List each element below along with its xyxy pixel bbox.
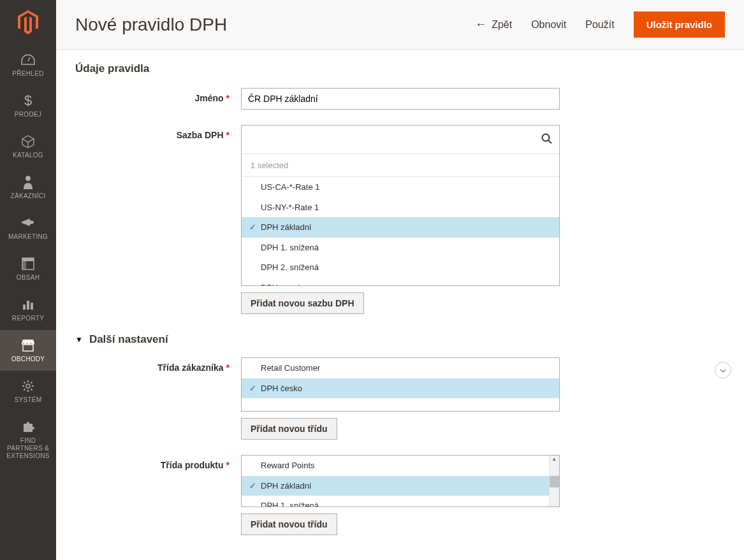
label-customer-class: Třída zákazníka* <box>75 357 241 373</box>
name-input[interactable] <box>241 88 560 110</box>
store-icon <box>21 338 35 353</box>
label-tax-rate: Sazba DPH* <box>75 125 241 140</box>
megaphone-icon <box>21 215 35 231</box>
nav-label: PŘEHLED <box>12 70 43 78</box>
tax-rate-option[interactable]: US-CA-*-Rate 1 <box>242 177 559 197</box>
nav-marketing[interactable]: MARKETING <box>0 208 56 248</box>
scrollbar[interactable]: ▴ <box>549 456 559 506</box>
tax-rate-option[interactable]: DPH 1. snížená <box>242 238 559 258</box>
row-product-class: Třída produktu* Reward Points DPH základ… <box>75 455 725 535</box>
nav-label: KATALOG <box>13 152 43 159</box>
label-name: Jméno* <box>75 88 241 103</box>
add-tax-rate-button[interactable]: Přidat novou sazbu DPH <box>241 292 364 314</box>
nav-label: SYSTÉM <box>15 396 42 404</box>
customer-class-option[interactable]: Retail Customer <box>242 358 559 378</box>
main-content: Nové pravidlo DPH ← Zpět Obnovit Použít … <box>56 0 744 560</box>
add-customer-class-button[interactable]: Přidat novou třídu <box>241 418 337 440</box>
nav-catalog[interactable]: KATALOG <box>0 126 56 167</box>
back-label: Zpět <box>492 19 512 31</box>
svg-rect-5 <box>27 301 29 310</box>
additional-settings-toggle[interactable]: ▼ Další nastavení <box>75 333 725 346</box>
save-button[interactable]: Uložit pravidlo <box>634 11 725 38</box>
required-asterisk: * <box>226 460 230 470</box>
svg-rect-2 <box>22 258 34 261</box>
svg-rect-4 <box>23 305 26 310</box>
section-rule-info-title: Údaje pravidla <box>75 62 725 75</box>
customer-class-option-empty[interactable] <box>242 398 559 411</box>
section-additional-title: Další nastavení <box>89 333 168 346</box>
svg-point-8 <box>26 384 30 388</box>
nav-dashboard[interactable]: PŘEHLED <box>0 45 56 85</box>
customer-class-multiselect: Retail Customer DPH česko <box>241 357 560 412</box>
product-class-multiselect: Reward Points DPH základní DPH 1. snížen… <box>241 455 560 507</box>
svg-rect-3 <box>22 261 26 269</box>
product-class-options: Reward Points DPH základní DPH 1. snížen… <box>242 456 549 506</box>
svg-point-9 <box>543 134 550 141</box>
admin-sidebar: PŘEHLED $ PRODEJ KATALOG ZÁKAZNÍCI MARKE… <box>0 0 56 560</box>
bars-icon <box>22 297 34 312</box>
nav-partners[interactable]: FIND PARTNERS & EXTENSIONS <box>0 412 56 468</box>
tax-rate-options: US-CA-*-Rate 1 US-NY-*-Rate 1 DPH základ… <box>242 177 559 285</box>
page-title: Nové pravidlo DPH <box>75 15 227 35</box>
customer-class-options: Retail Customer DPH česko <box>242 358 559 411</box>
nav-stores[interactable]: OBCHODY <box>0 330 56 371</box>
nav-system[interactable]: SYSTÉM <box>0 371 56 412</box>
tax-rate-option[interactable]: US-NY-*-Rate 1 <box>242 197 559 218</box>
gear-icon <box>22 378 34 394</box>
reset-button[interactable]: Obnovit <box>531 19 566 31</box>
triangle-down-icon: ▼ <box>75 335 83 344</box>
page-header: Nové pravidlo DPH ← Zpět Obnovit Použít … <box>56 0 744 50</box>
magento-logo[interactable] <box>0 0 56 45</box>
nav-label: OBCHODY <box>11 355 45 363</box>
tax-rate-option[interactable]: DPH osvobozeno <box>242 278 559 286</box>
svg-point-0 <box>26 176 31 181</box>
tax-rate-search-input[interactable] <box>247 128 541 151</box>
product-class-option[interactable]: DPH 1. snížená <box>242 496 549 506</box>
svg-rect-6 <box>31 303 33 310</box>
svg-line-10 <box>548 140 551 143</box>
customer-class-option[interactable]: DPH česko <box>242 378 559 399</box>
nav-content[interactable]: OBSAH <box>0 248 56 289</box>
tax-rate-option[interactable]: DPH 2. snížená <box>242 257 559 278</box>
add-product-class-button[interactable]: Přidat novou třídu <box>241 513 337 535</box>
nav-sales[interactable]: $ PRODEJ <box>0 85 56 126</box>
form-content: Údaje pravidla Jméno* Sazba DPH* <box>56 50 744 560</box>
dollar-icon: $ <box>24 93 32 108</box>
apply-button[interactable]: Použít <box>585 19 614 31</box>
header-actions: ← Zpět Obnovit Použít Uložit pravidlo <box>475 11 725 38</box>
arrow-left-icon: ← <box>475 18 486 31</box>
tax-rate-multiselect: 1 selected US-CA-*-Rate 1 US-NY-*-Rate 1… <box>241 125 560 286</box>
label-product-class: Třída produktu* <box>75 455 241 470</box>
nav-label: ZÁKAZNÍCI <box>11 192 46 200</box>
nav-label: PRODEJ <box>15 111 41 118</box>
back-button[interactable]: ← Zpět <box>475 18 512 31</box>
nav-label: OBSAH <box>17 274 40 282</box>
tax-rate-search <box>242 126 559 154</box>
layout-icon <box>22 256 34 271</box>
nav-reports[interactable]: REPORTY <box>0 289 56 330</box>
person-icon <box>23 175 33 190</box>
row-customer-class: Třída zákazníka* Retail Customer DPH čes… <box>75 357 725 440</box>
row-tax-rate: Sazba DPH* 1 selected US-CA-*-Rate 1 US-… <box>75 125 725 314</box>
product-class-option[interactable]: Reward Points <box>242 456 549 476</box>
nav-label: FIND PARTNERS & EXTENSIONS <box>3 437 54 460</box>
tax-rate-selected-count: 1 selected <box>242 154 559 177</box>
search-icon[interactable] <box>541 133 554 146</box>
scroll-to-top-button[interactable] <box>715 362 731 378</box>
nav-label: REPORTY <box>12 315 44 322</box>
required-asterisk: * <box>226 130 230 140</box>
tax-rate-option[interactable]: DPH základní <box>242 217 559 238</box>
nav-label: MARKETING <box>8 233 48 241</box>
box-icon <box>21 134 35 149</box>
required-asterisk: * <box>226 363 230 373</box>
svg-rect-7 <box>23 345 33 351</box>
scrollbar-thumb[interactable] <box>550 476 559 487</box>
nav-customers[interactable]: ZÁKAZNÍCI <box>0 167 56 208</box>
required-asterisk: * <box>226 93 230 103</box>
puzzle-icon <box>22 419 34 434</box>
product-class-option[interactable]: DPH základní <box>242 476 549 496</box>
row-name: Jméno* <box>75 88 725 110</box>
dashboard-icon <box>21 52 35 68</box>
